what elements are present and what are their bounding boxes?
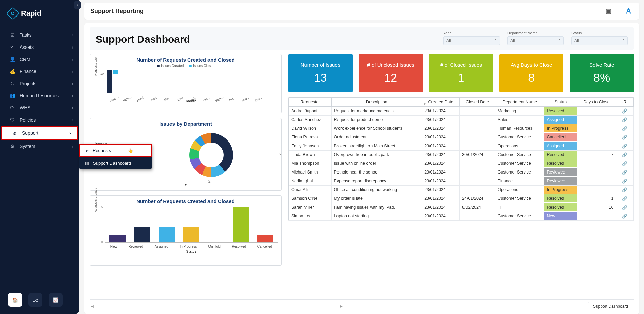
sidebar-item-assets[interactable]: ᯤAssets› [0,41,79,53]
sidebar-item-label: Support [22,130,38,136]
sitemap-button[interactable]: ⎇ [28,293,42,307]
th-created[interactable]: Created Date [422,98,460,107]
table-row[interactable]: Carlos SanchezRequest for product demo23… [289,116,634,124]
nav-icon: 🗂 [9,81,15,86]
th-closed[interactable]: Closed Date [460,98,495,107]
sidebar-item-support[interactable]: ⌀Support› [1,126,78,140]
nav-icon: 💰 [9,69,15,74]
tab-prev[interactable]: ◀ [90,304,337,308]
filter-status-select[interactable]: All˅ [571,36,628,45]
link-icon[interactable]: 🔗 [616,142,634,151]
issues-table: Requestor Description Created Date Close… [288,97,634,221]
sidebar-item-label: Policies [20,117,36,123]
th-url[interactable]: URL [616,98,634,107]
chart3-ylabel: Requests Created [94,188,97,212]
table-row[interactable]: Linda BrownOvergrown tree in public park… [289,151,634,159]
flyout-support-dashboard[interactable]: ▥ Support Dashboard [79,157,152,169]
sidebar-item-label: Assets [20,44,34,50]
sidebar-bottom: 🏠 ⎇ 📈 [0,287,79,314]
report-icon[interactable]: ▣ [606,7,611,15]
sidebar-item-human-resources[interactable]: 👥Human Resources› [0,90,79,102]
kpi-row: Number of Issues13 # of Unclosed Issues1… [288,54,634,92]
table-row[interactable]: Michael SmithPothole near the school23/0… [289,168,634,177]
chart-button[interactable]: 📈 [49,293,63,307]
sidebar-item-label: Finance [20,69,36,74]
link-icon[interactable]: 🔗 [616,212,634,221]
filter-dept-select[interactable]: All˅ [507,36,564,45]
dashboard-header: Support Dashboard Year All˅ Department N… [90,27,634,50]
table-row[interactable]: Emily JohnsonBroken streetlight on Main … [289,142,634,151]
kpi-unclosed: # of Unclosed Issues12 [359,54,423,92]
chart3-xlabel: Status [105,250,278,253]
user-menu-icon[interactable]: Ａˇ [625,6,633,16]
link-icon[interactable]: 🔗 [616,159,634,168]
nav-icon: 👥 [9,93,15,98]
home-button[interactable]: 🏠 [8,293,22,307]
table-row[interactable]: David WilsonWork experience for School s… [289,124,634,133]
th-requestor[interactable]: Requestor [289,98,332,107]
table-row[interactable]: Simon LeeLaptop not starting23/01/2024Cu… [289,212,634,221]
link-icon[interactable]: 🔗 [616,186,634,194]
chevron-right-icon: › [72,81,73,86]
th-days[interactable]: Days to Close [577,98,616,107]
nav-icon: ⛑ [9,105,15,111]
link-icon[interactable]: 🔗 [616,133,634,142]
nav-icon: ☑ [9,32,15,38]
link-icon[interactable]: 🔗 [616,124,634,133]
chart1-title: Number of Requests Created and Closed [93,57,278,63]
charts-column: Number of Requests Created and Closed Is… [90,54,282,296]
filter-year-select[interactable]: All˅ [443,36,500,45]
sidebar-item-system[interactable]: ⚙System› [0,140,79,152]
kpi-number-issues: Number of Issues13 [288,54,353,92]
sidebar-item-crm[interactable]: 👤CRM› [0,53,79,65]
table-row[interactable]: Omar AliOffice air conditioning not work… [289,186,634,194]
tab-support-dashboard[interactable]: Support Dashboard [588,302,633,311]
chart-requests-monthly: Number of Requests Created and Closed Is… [90,54,282,113]
table-row[interactable]: Andre DupontRequest for marketing materi… [289,107,634,116]
link-icon[interactable]: 🔗 [616,177,634,186]
table-row[interactable]: Samson O'NeilMy order is late23/01/20242… [289,194,634,203]
link-icon[interactable]: 🔗 [616,151,634,159]
sidebar-collapse[interactable]: ‹ [74,1,81,9]
sidebar-item-finance[interactable]: 💰Finance› [0,65,79,77]
nav-icon: 🛡 [9,117,15,123]
link-icon[interactable]: 🔗 [616,107,634,116]
sidebar-item-whs[interactable]: ⛑WHS› [0,102,79,114]
table-row[interactable]: Mia ThompsonIssue with online order23/01… [289,159,634,168]
tab-next[interactable]: ▶ [339,304,586,308]
sidebar-item-label: System [20,144,35,149]
support-flyout: ⌀ Requests 👆 ▥ Support Dashboard [79,144,152,169]
flyout-requests-label: Requests [93,148,111,153]
flyout-requests[interactable]: ⌀ Requests 👆 [79,144,152,157]
chart2-title: Issues by Department [93,121,278,127]
chart3-plot: 5 0 [105,206,278,243]
chart1-legend: Issues Created Issues Closed [93,64,278,68]
link-icon[interactable]: 🔗 [616,168,634,177]
nav-icon: ᯤ [9,44,15,50]
kpi-avg-days: Avg Days to Close8 [499,54,564,92]
sidebar-item-policies[interactable]: 🛡Policies› [0,114,79,126]
sidebar-item-projects[interactable]: 🗂Projects› [0,77,79,90]
th-dept[interactable]: Department Name [495,98,544,107]
chevron-right-icon: › [72,32,73,38]
link-icon[interactable]: 🔗 [616,194,634,203]
kpi-table-column: Number of Issues13 # of Unclosed Issues1… [288,54,634,296]
chevron-down-icon: ˅ [495,38,497,43]
link-icon[interactable]: 🔗 [616,116,634,124]
kpi-solve-rate: Solve Rate8% [570,54,634,92]
chevron-right-icon: › [72,44,73,50]
th-description[interactable]: Description [331,98,422,107]
main: Support Reporting ▣ | Ａˇ Support Dashboa… [79,0,644,314]
table-row[interactable]: Nadia IqbalExpense report discrepancy23/… [289,177,634,186]
chart-requests-status: Number of Requests Created and Closed Re… [90,195,282,266]
sidebar-item-label: Human Resources [20,93,59,98]
chevron-right-icon: › [69,130,71,136]
chevron-down-icon: ˅ [623,38,625,43]
sidebar-item-tasks[interactable]: ☑Tasks› [0,29,79,41]
link-icon[interactable]: 🔗 [616,203,634,212]
table-row[interactable]: Elena PetrovaOrder adjustment23/01/2024C… [289,133,634,142]
legend-expand-icon[interactable]: ▾ [185,182,187,187]
th-status[interactable]: Status [544,98,577,107]
dashboard-content: Support Dashboard Year All˅ Department N… [84,23,639,314]
table-row[interactable]: Sarah MillerI am having issues with my i… [289,203,634,212]
